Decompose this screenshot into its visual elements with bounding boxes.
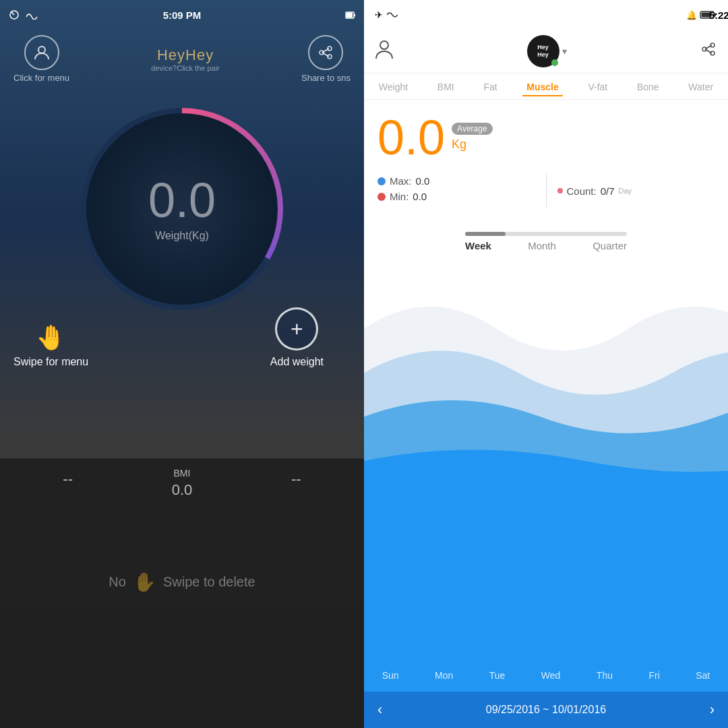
min-label: Min:: [390, 191, 408, 202]
stat-divider: [546, 174, 547, 208]
metric-3: --: [291, 468, 301, 499]
svg-point-5: [38, 47, 45, 53]
count-label: Count:: [567, 185, 597, 197]
count-dot: [557, 188, 563, 193]
chart-area: Week Month Quarter: [364, 218, 728, 659]
max-stat: Max: 0.0: [377, 175, 535, 187]
svg-rect-3: [354, 14, 355, 17]
chevron-down-icon[interactable]: ▾: [562, 46, 567, 57]
value-meta: Average Kg: [452, 113, 492, 152]
period-selector: Week Month Quarter: [465, 232, 627, 251]
stat-group-left: Max: 0.0 Min: 0.0: [377, 175, 535, 206]
left-header: Click for menu HeyHey device?Click the p…: [0, 30, 364, 88]
tab-bone[interactable]: Bone: [633, 79, 663, 96]
min-value: 0.0: [413, 191, 427, 202]
tab-vfat[interactable]: V-fat: [584, 79, 611, 96]
gauge-label: Weight(Kg): [155, 230, 209, 242]
period-labels: Week Month Quarter: [465, 240, 627, 251]
svg-line-1: [11, 11, 14, 15]
metric-bmi: BMI 0.0: [172, 468, 193, 499]
tab-weight[interactable]: Weight: [375, 79, 412, 96]
metric-1: --: [63, 468, 73, 499]
share-icon-right[interactable]: [700, 40, 717, 62]
day-mon: Mon: [435, 670, 453, 681]
period-week[interactable]: Week: [465, 240, 491, 251]
count-group: Count: 0/7 Day: [557, 185, 715, 197]
swipe-delete-hint: No ✋ Swipe to delete: [0, 571, 364, 593]
kg-label: Kg: [452, 138, 492, 152]
bmi-title: BMI: [174, 468, 191, 479]
swipe-hand-icon: ✋: [133, 571, 156, 593]
avg-badge: Average: [452, 123, 492, 135]
profile-icon[interactable]: [24, 35, 59, 70]
max-label: Max:: [390, 175, 412, 187]
stats-row: Max: 0.0 Min: 0.0 Count: 0/7 Day: [364, 169, 728, 218]
max-dot: [377, 177, 386, 185]
click-menu-label: Click for menu: [13, 73, 69, 83]
heyhey-group[interactable]: HeyHey ▾: [527, 35, 567, 67]
main-value: 0.0: [377, 113, 445, 162]
add-weight-label: Add weight: [270, 356, 324, 368]
person-icon[interactable]: [375, 38, 394, 65]
period-month[interactable]: Month: [528, 240, 556, 251]
gauge-value: 0.0: [148, 176, 216, 224]
day-sat: Sat: [696, 670, 710, 681]
tab-muscle[interactable]: Muscle: [522, 79, 562, 96]
left-status-icons: [8, 10, 38, 20]
bottom-dark-area: [0, 458, 364, 728]
count-value: 0/7: [601, 185, 615, 197]
hand-swipe-icon: 🤚: [36, 324, 66, 352]
left-panel: 5:09 PM Click for menu HeyHey device?Cli…: [0, 0, 364, 728]
share-icon-left[interactable]: [308, 35, 343, 70]
bmi-value: 0.0: [172, 481, 193, 499]
share-label: Share to sns: [301, 73, 351, 83]
right-status-left: ✈: [375, 9, 398, 20]
day-wed: Wed: [541, 670, 561, 681]
metrics-row: -- BMI 0.0 --: [0, 468, 364, 499]
day-row: Sun Mon Tue Wed Thu Fri Sat: [364, 659, 728, 692]
period-slider-track[interactable]: [465, 232, 627, 236]
swipe-hint: 🤚 Swipe for menu: [13, 324, 88, 368]
add-circle-icon[interactable]: +: [275, 307, 318, 351]
min-stat: Min: 0.0: [377, 191, 535, 202]
date-nav: ‹ 09/25/2016 ~ 10/01/2016 ›: [364, 692, 728, 728]
svg-point-12: [380, 41, 388, 49]
right-header: HeyHey ▾: [364, 30, 728, 73]
airplane-icon: ✈: [375, 9, 383, 20]
tab-water[interactable]: Water: [684, 79, 717, 96]
tab-bmi[interactable]: BMI: [433, 79, 458, 96]
day-sun: Sun: [382, 670, 399, 681]
date-range: 09/25/2016 ~ 10/01/2016: [486, 704, 606, 716]
category-tabs: Weight BMI Fat Muscle V-fat Bone Water: [364, 73, 728, 100]
metric-value-1: --: [63, 471, 73, 488]
tab-fat[interactable]: Fat: [479, 79, 501, 96]
count-sub: Day: [619, 187, 632, 195]
day-thu: Thu: [597, 670, 613, 681]
heyhey-badge-text: HeyHey: [537, 44, 549, 59]
weight-gauge: 0.0 Weight(Kg): [81, 108, 283, 310]
min-dot: [377, 193, 386, 201]
left-status-bar: 5:09 PM: [0, 0, 364, 30]
online-dot: [551, 59, 558, 66]
prev-arrow[interactable]: ‹: [377, 701, 382, 719]
next-arrow[interactable]: ›: [710, 701, 715, 719]
right-status-bar: ✈ 5:22 PM 🔔: [364, 0, 728, 30]
alarm-icon: 🔔: [686, 10, 697, 20]
left-status-right: [345, 10, 356, 20]
metric-value-3: --: [291, 471, 301, 488]
swipe-delete-label: Swipe to delete: [163, 574, 255, 590]
heyhey-badge: HeyHey: [527, 35, 559, 67]
day-tue: Tue: [489, 670, 506, 681]
left-time: 5:09 PM: [163, 9, 202, 21]
svg-rect-4: [346, 13, 353, 18]
value-section: 0.0 Average Kg: [364, 100, 728, 169]
no-text: No: [109, 574, 126, 590]
add-weight-button[interactable]: + Add weight: [270, 307, 324, 368]
max-value: 0.0: [416, 175, 430, 187]
period-slider-thumb[interactable]: [465, 232, 506, 236]
app-title-left: HeyHey: [157, 47, 214, 64]
period-quarter[interactable]: Quarter: [593, 240, 627, 251]
device-hint: device?Click the pair: [151, 64, 220, 72]
right-time: 5:22 PM: [709, 9, 728, 21]
day-fri: Fri: [648, 670, 659, 681]
